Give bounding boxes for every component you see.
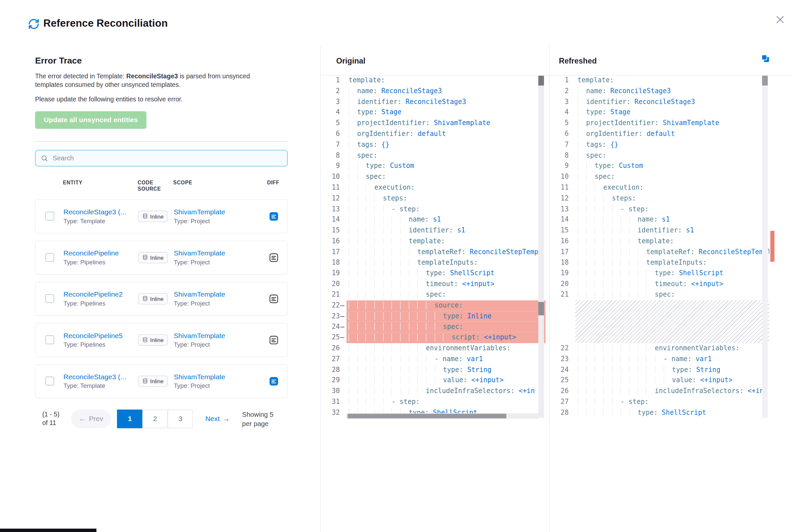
arrow-left-icon: ← [79, 415, 86, 422]
code-line: 16 template: [550, 236, 769, 247]
code-line: 14 name: s1 [320, 215, 545, 226]
code-line: 28 type: ShellScript [550, 407, 769, 418]
scope-type: Type: Project [173, 382, 268, 389]
update-all-unsynced-button[interactable]: Update all unsynced entities [35, 111, 147, 128]
code-line: 2 name: ReconcileStage3 [320, 86, 545, 97]
code-line: 2 name: ReconcileStage3 [550, 86, 769, 97]
page-buttons: 123 [117, 409, 193, 428]
code-line: 12 steps: [320, 193, 545, 204]
page-button-1[interactable]: 1 [117, 409, 143, 428]
deleted-code-line: 23— type: Inline [320, 311, 545, 322]
copy-button[interactable] [760, 54, 770, 64]
entity-link[interactable]: ReconcileStage3 (... [63, 373, 139, 380]
refresh-icon [28, 18, 40, 32]
entity-link[interactable]: ReconcileStage3 (... [63, 208, 139, 216]
table-row[interactable]: ReconcilePipeline5 Type: Pipelines Inlin… [35, 323, 288, 357]
code-line: 4 type: Stage [550, 107, 769, 118]
scope-link[interactable]: ShivamTemplate [173, 249, 268, 257]
code-line: 15 identifier: s1 [320, 225, 545, 236]
diff-icon[interactable] [269, 211, 279, 221]
vertical-scrollbar-thumb[interactable] [538, 76, 544, 86]
table-row[interactable]: ReconcilePipeline2 Type: Pipelines Inlin… [35, 282, 288, 316]
deleted-code-line: 24— spec: [320, 322, 545, 332]
vertical-scrollbar-thumb[interactable] [762, 76, 768, 86]
code-line: 4 type: Stage [320, 107, 545, 118]
code-line: 14 name: s1 [550, 215, 769, 226]
code-line: 22 environmentVariables: [550, 343, 769, 354]
row-checkbox[interactable] [45, 294, 54, 303]
diff-icon[interactable] [269, 252, 279, 262]
dialog-title: Reference Reconciliation [43, 17, 168, 29]
code-line: 17 templateRef: ReconcileStepTempl [550, 247, 769, 258]
inline-source-icon [142, 337, 148, 343]
error-description: The error detected in Template: Reconcil… [35, 72, 268, 89]
scope-type: Type: Project [173, 300, 268, 307]
search-box [35, 150, 288, 166]
diff-icon[interactable] [269, 335, 279, 345]
entity-list: ReconcileStage3 (... Type: Template Inli… [35, 199, 288, 398]
row-checkbox[interactable] [45, 212, 54, 221]
close-icon [775, 15, 785, 24]
diff-gap [550, 300, 769, 343]
deleted-code-line: 22— source: [320, 300, 545, 311]
prev-button[interactable]: ←Prev [71, 409, 111, 428]
error-trace-panel: Error Trace The error detected in Templa… [0, 45, 320, 532]
close-button[interactable] [774, 14, 787, 27]
entity-link[interactable]: ReconcilePipeline5 [63, 331, 139, 339]
scope-link[interactable]: ShivamTemplate [173, 331, 268, 339]
code-source-badge: Inline [138, 293, 168, 304]
scope-link[interactable]: ShivamTemplate [173, 208, 268, 216]
code-line: 1template: [320, 75, 545, 86]
original-panel: Original 1template:2 name: ReconcileStag… [320, 45, 550, 532]
code-line: 9 type: Custom [320, 161, 545, 172]
original-code-area[interactable]: 1template:2 name: ReconcileStage33 ident… [320, 75, 545, 532]
scope-link[interactable]: ShivamTemplate [173, 373, 268, 380]
page-button-2[interactable]: 2 [142, 409, 168, 428]
code-line: 6 orgIdentifier: default [550, 129, 769, 139]
code-line: 25 value: <+input> [550, 375, 769, 386]
entity-type: Type: Template [63, 382, 139, 389]
code-source-label: Inline [150, 213, 163, 219]
original-panel-header: Original [320, 45, 550, 76]
code-source-badge: Inline [138, 375, 168, 386]
refreshed-code-area[interactable]: 1template:2 name: ReconcileStage33 ident… [550, 75, 769, 532]
code-line: 21 spec: [550, 289, 769, 300]
code-line: 5 projectIdentifier: ShivamTemplate [320, 118, 545, 129]
entity-link[interactable]: ReconcilePipeline2 [63, 290, 139, 298]
table-row[interactable]: ReconcileStage3 (... Type: Template Inli… [35, 364, 288, 398]
code-line: 12 steps: [550, 193, 769, 204]
row-checkbox[interactable] [45, 377, 54, 385]
diff-icon[interactable] [269, 293, 279, 304]
row-checkbox[interactable] [45, 253, 54, 262]
row-checkbox[interactable] [45, 336, 54, 344]
diff-icon[interactable] [269, 376, 279, 386]
code-line: 15 identifier: s1 [550, 225, 769, 236]
search-input[interactable] [52, 153, 282, 162]
dialog-header: Reference Reconciliation [0, 0, 792, 46]
code-line: 30 includeInfraSelectors: <+in [320, 386, 545, 397]
code-line: 29 value: <+input> [320, 375, 545, 386]
scope-type: Type: Project [173, 259, 268, 266]
horizontal-scrollbar-thumb[interactable] [348, 414, 506, 418]
code-line: 19 type: ShellScript [320, 268, 545, 279]
vertical-scrollbar-track[interactable] [538, 76, 544, 418]
reference-reconciliation-dialog: Reference Reconciliation Error Trace The… [0, 0, 792, 532]
code-source-badge: Inline [138, 210, 168, 222]
code-line: 7 tags: {} [320, 139, 545, 150]
scope-type: Type: Project [173, 341, 268, 348]
scope-link[interactable]: ShivamTemplate [173, 290, 268, 298]
code-line: 18 templateInputs: [550, 258, 769, 268]
entity-link[interactable]: ReconcilePipeline [63, 249, 139, 257]
inline-source-icon [142, 296, 148, 301]
page-button-3[interactable]: 3 [168, 409, 193, 428]
inline-source-icon [142, 213, 148, 219]
column-header-diff: DIFF [267, 179, 288, 192]
column-header-entity: ENTITY [63, 179, 138, 192]
table-row[interactable]: ReconcilePipeline Type: Pipelines Inline… [35, 240, 288, 274]
refreshed-panel-header: Refreshed [550, 45, 792, 76]
code-line: 1template: [550, 75, 769, 86]
vertical-scrollbar-track[interactable] [762, 76, 768, 418]
table-row[interactable]: ReconcileStage3 (... Type: Template Inli… [35, 199, 288, 233]
next-button[interactable]: Next→ [199, 409, 236, 428]
code-line: 26 includeInfraSelectors: <+in [550, 386, 769, 397]
